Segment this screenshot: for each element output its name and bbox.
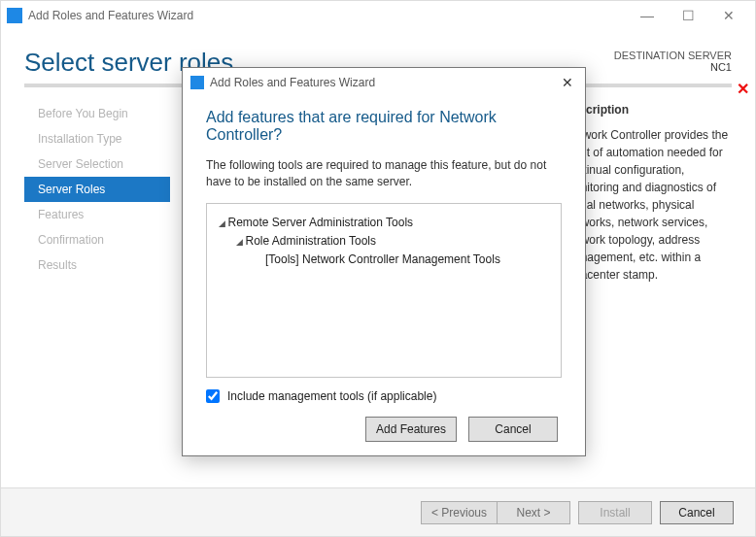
nav-server-roles[interactable]: Server Roles — [24, 177, 170, 202]
nav-results[interactable]: Results — [24, 252, 170, 278]
window-controls: — ☐ ✕ — [627, 2, 749, 29]
tree-item-role-admin[interactable]: Role Administration Tools — [219, 232, 549, 251]
previous-button[interactable]: < Previous — [421, 501, 497, 524]
dialog-body: Add features that are required for Netwo… — [183, 97, 585, 442]
nav-installation-type[interactable]: Installation Type — [24, 126, 170, 151]
dialog-heading: Add features that are required for Netwo… — [206, 109, 562, 144]
dialog-tree-box: Remote Server Administration Tools Role … — [206, 203, 562, 378]
dialog-buttons: Add Features Cancel — [206, 417, 562, 442]
app-icon — [7, 8, 22, 23]
wizard-nav: Before You Begin Installation Type Serve… — [24, 87, 170, 402]
description-text: Network Controller provides the point of… — [565, 126, 732, 284]
titlebar: Add Roles and Features Wizard — ☐ ✕ — [1, 1, 755, 30]
destination-label: DESTINATION SERVER — [614, 50, 732, 61]
add-features-dialog: Add Roles and Features Wizard ✕ Add feat… — [182, 67, 586, 456]
description-heading: Description — [565, 103, 732, 117]
include-tools-checkbox[interactable] — [206, 389, 220, 403]
nav-button-group: < Previous Next > — [421, 501, 570, 524]
nav-features[interactable]: Features — [24, 202, 170, 227]
dialog-close-button[interactable]: ✕ — [558, 75, 577, 90]
nav-before-you-begin[interactable]: Before You Begin — [24, 101, 170, 126]
include-tools-text: Include management tools (if applicable) — [227, 389, 436, 403]
separator-right: ✕ — [576, 84, 732, 87]
dialog-titlebar: Add Roles and Features Wizard ✕ — [183, 68, 585, 97]
dialog-cancel-button[interactable]: Cancel — [468, 417, 558, 442]
destination-server: DESTINATION SERVER NC1 — [614, 48, 732, 73]
dialog-text: The following tools are required to mana… — [206, 157, 562, 191]
nav-confirmation[interactable]: Confirmation — [24, 227, 170, 252]
footer: < Previous Next > Install Cancel — [1, 487, 755, 536]
error-icon[interactable]: ✕ — [737, 80, 749, 98]
maximize-button[interactable]: ☐ — [668, 2, 708, 29]
tree-item-rsat[interactable]: Remote Server Administration Tools — [219, 214, 549, 232]
minimize-button[interactable]: — — [627, 2, 668, 29]
add-features-button[interactable]: Add Features — [365, 417, 457, 442]
window-title: Add Roles and Features Wizard — [28, 9, 627, 22]
cancel-button[interactable]: Cancel — [660, 501, 734, 524]
close-button[interactable]: ✕ — [708, 2, 749, 29]
tree-item-nc-tools[interactable]: [Tools] Network Controller Management To… — [219, 251, 549, 269]
main-window: Add Roles and Features Wizard — ☐ ✕ Sele… — [0, 0, 756, 537]
install-button: Install — [578, 501, 652, 524]
nav-server-selection[interactable]: Server Selection — [24, 151, 170, 177]
next-button[interactable]: Next > — [497, 501, 570, 524]
dialog-app-icon — [190, 76, 204, 89]
destination-value: NC1 — [614, 61, 732, 73]
include-tools-checkbox-label[interactable]: Include management tools (if applicable) — [206, 389, 562, 403]
dialog-title: Add Roles and Features Wizard — [210, 76, 558, 89]
